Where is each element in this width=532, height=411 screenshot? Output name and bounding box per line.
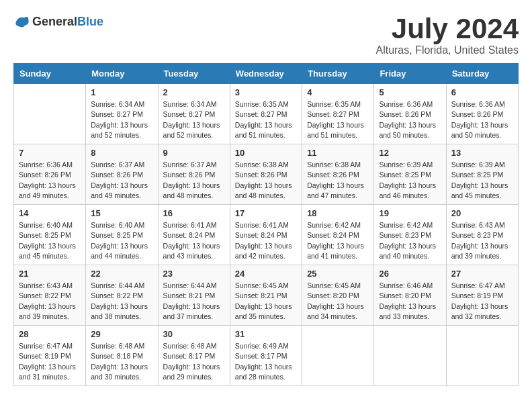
logo-text-blue: Blue bbox=[77, 15, 103, 28]
calendar-day-cell: 9Sunrise: 6:37 AMSunset: 8:26 PMDaylight… bbox=[158, 144, 230, 205]
day-info: Sunrise: 6:38 AMSunset: 8:26 PMDaylight:… bbox=[235, 160, 297, 201]
day-number: 2 bbox=[163, 87, 225, 97]
calendar-day-cell: 14Sunrise: 6:40 AMSunset: 8:25 PMDayligh… bbox=[14, 205, 86, 265]
calendar-header-row: SundayMondayTuesdayWednesdayThursdayFrid… bbox=[14, 64, 519, 84]
calendar-table: SundayMondayTuesdayWednesdayThursdayFrid… bbox=[13, 63, 519, 386]
day-info: Sunrise: 6:44 AMSunset: 8:21 PMDaylight:… bbox=[163, 281, 225, 322]
calendar-empty-cell bbox=[446, 326, 518, 386]
day-info: Sunrise: 6:47 AMSunset: 8:19 PMDaylight:… bbox=[451, 281, 513, 322]
column-header-tuesday: Tuesday bbox=[158, 64, 230, 84]
calendar-day-cell: 23Sunrise: 6:44 AMSunset: 8:21 PMDayligh… bbox=[158, 265, 230, 326]
day-info: Sunrise: 6:34 AMSunset: 8:27 PMDaylight:… bbox=[91, 99, 152, 140]
day-number: 29 bbox=[91, 329, 152, 339]
day-number: 17 bbox=[235, 208, 297, 218]
day-number: 14 bbox=[19, 208, 81, 218]
calendar-day-cell: 4Sunrise: 6:35 AMSunset: 8:27 PMDaylight… bbox=[302, 84, 374, 144]
calendar-week-row: 1Sunrise: 6:34 AMSunset: 8:27 PMDaylight… bbox=[14, 84, 519, 144]
day-number: 4 bbox=[307, 87, 369, 97]
day-info: Sunrise: 6:49 AMSunset: 8:17 PMDaylight:… bbox=[235, 341, 297, 382]
day-info: Sunrise: 6:36 AMSunset: 8:26 PMDaylight:… bbox=[19, 160, 81, 201]
day-info: Sunrise: 6:41 AMSunset: 8:24 PMDaylight:… bbox=[235, 220, 297, 261]
day-info: Sunrise: 6:37 AMSunset: 8:26 PMDaylight:… bbox=[91, 160, 152, 201]
day-number: 7 bbox=[19, 148, 81, 158]
day-number: 18 bbox=[307, 208, 369, 218]
calendar-day-cell: 8Sunrise: 6:37 AMSunset: 8:26 PMDaylight… bbox=[86, 144, 158, 205]
day-number: 15 bbox=[91, 208, 152, 218]
day-number: 25 bbox=[307, 269, 369, 279]
day-info: Sunrise: 6:40 AMSunset: 8:25 PMDaylight:… bbox=[91, 220, 152, 261]
day-info: Sunrise: 6:35 AMSunset: 8:27 PMDaylight:… bbox=[235, 99, 297, 140]
calendar-day-cell: 26Sunrise: 6:46 AMSunset: 8:20 PMDayligh… bbox=[374, 265, 446, 326]
column-header-wednesday: Wednesday bbox=[230, 64, 302, 84]
calendar-day-cell: 11Sunrise: 6:38 AMSunset: 8:26 PMDayligh… bbox=[302, 144, 374, 205]
day-info: Sunrise: 6:46 AMSunset: 8:20 PMDaylight:… bbox=[379, 281, 441, 322]
day-number: 28 bbox=[19, 329, 81, 339]
calendar-day-cell: 21Sunrise: 6:43 AMSunset: 8:22 PMDayligh… bbox=[14, 265, 86, 326]
location: Alturas, Florida, United States bbox=[375, 44, 519, 56]
day-info: Sunrise: 6:45 AMSunset: 8:20 PMDaylight:… bbox=[307, 281, 369, 322]
month-title: July 2024 bbox=[375, 13, 519, 44]
day-info: Sunrise: 6:35 AMSunset: 8:27 PMDaylight:… bbox=[307, 99, 369, 140]
day-info: Sunrise: 6:43 AMSunset: 8:23 PMDaylight:… bbox=[451, 220, 513, 261]
day-info: Sunrise: 6:45 AMSunset: 8:21 PMDaylight:… bbox=[235, 281, 297, 322]
day-info: Sunrise: 6:34 AMSunset: 8:27 PMDaylight:… bbox=[163, 99, 225, 140]
day-number: 1 bbox=[91, 87, 152, 97]
column-header-sunday: Sunday bbox=[14, 64, 86, 84]
day-number: 31 bbox=[235, 329, 297, 339]
column-header-saturday: Saturday bbox=[446, 64, 518, 84]
title-block: July 2024 Alturas, Florida, United State… bbox=[375, 13, 519, 56]
column-header-thursday: Thursday bbox=[302, 64, 374, 84]
calendar-day-cell: 16Sunrise: 6:41 AMSunset: 8:24 PMDayligh… bbox=[158, 205, 230, 265]
column-header-monday: Monday bbox=[86, 64, 158, 84]
day-info: Sunrise: 6:41 AMSunset: 8:24 PMDaylight:… bbox=[163, 220, 225, 261]
calendar-day-cell: 19Sunrise: 6:42 AMSunset: 8:23 PMDayligh… bbox=[374, 205, 446, 265]
day-number: 30 bbox=[163, 329, 225, 339]
calendar-empty-cell bbox=[302, 326, 374, 386]
calendar-day-cell: 1Sunrise: 6:34 AMSunset: 8:27 PMDaylight… bbox=[86, 84, 158, 144]
day-number: 8 bbox=[91, 148, 152, 158]
day-number: 5 bbox=[379, 87, 441, 97]
day-info: Sunrise: 6:37 AMSunset: 8:26 PMDaylight:… bbox=[163, 160, 225, 201]
calendar-day-cell: 17Sunrise: 6:41 AMSunset: 8:24 PMDayligh… bbox=[230, 205, 302, 265]
logo: GeneralBlue bbox=[13, 13, 103, 30]
page-header: GeneralBlue July 2024 Alturas, Florida, … bbox=[13, 13, 519, 56]
logo-text-general: General bbox=[32, 15, 77, 28]
calendar-day-cell: 7Sunrise: 6:36 AMSunset: 8:26 PMDaylight… bbox=[14, 144, 86, 205]
calendar-day-cell: 3Sunrise: 6:35 AMSunset: 8:27 PMDaylight… bbox=[230, 84, 302, 144]
calendar-day-cell: 30Sunrise: 6:48 AMSunset: 8:17 PMDayligh… bbox=[158, 326, 230, 386]
day-number: 3 bbox=[235, 87, 297, 97]
calendar-week-row: 14Sunrise: 6:40 AMSunset: 8:25 PMDayligh… bbox=[14, 205, 519, 265]
day-number: 16 bbox=[163, 208, 225, 218]
calendar-week-row: 21Sunrise: 6:43 AMSunset: 8:22 PMDayligh… bbox=[14, 265, 519, 326]
day-info: Sunrise: 6:39 AMSunset: 8:25 PMDaylight:… bbox=[451, 160, 513, 201]
calendar-day-cell: 10Sunrise: 6:38 AMSunset: 8:26 PMDayligh… bbox=[230, 144, 302, 205]
day-info: Sunrise: 6:42 AMSunset: 8:23 PMDaylight:… bbox=[379, 220, 441, 261]
calendar-empty-cell bbox=[374, 326, 446, 386]
day-number: 6 bbox=[451, 87, 513, 97]
day-info: Sunrise: 6:36 AMSunset: 8:26 PMDaylight:… bbox=[451, 99, 513, 140]
day-number: 26 bbox=[379, 269, 441, 279]
column-header-friday: Friday bbox=[374, 64, 446, 84]
calendar-day-cell: 6Sunrise: 6:36 AMSunset: 8:26 PMDaylight… bbox=[446, 84, 518, 144]
logo-icon bbox=[13, 13, 30, 30]
day-number: 20 bbox=[451, 208, 513, 218]
calendar-day-cell: 2Sunrise: 6:34 AMSunset: 8:27 PMDaylight… bbox=[158, 84, 230, 144]
day-info: Sunrise: 6:42 AMSunset: 8:24 PMDaylight:… bbox=[307, 220, 369, 261]
day-number: 13 bbox=[451, 148, 513, 158]
day-number: 10 bbox=[235, 148, 297, 158]
calendar-day-cell: 18Sunrise: 6:42 AMSunset: 8:24 PMDayligh… bbox=[302, 205, 374, 265]
day-number: 21 bbox=[19, 269, 81, 279]
calendar-day-cell: 31Sunrise: 6:49 AMSunset: 8:17 PMDayligh… bbox=[230, 326, 302, 386]
day-info: Sunrise: 6:40 AMSunset: 8:25 PMDaylight:… bbox=[19, 220, 81, 261]
calendar-day-cell: 22Sunrise: 6:44 AMSunset: 8:22 PMDayligh… bbox=[86, 265, 158, 326]
day-number: 27 bbox=[451, 269, 513, 279]
calendar-day-cell: 29Sunrise: 6:48 AMSunset: 8:18 PMDayligh… bbox=[86, 326, 158, 386]
day-number: 12 bbox=[379, 148, 441, 158]
day-info: Sunrise: 6:43 AMSunset: 8:22 PMDaylight:… bbox=[19, 281, 81, 322]
calendar-day-cell: 15Sunrise: 6:40 AMSunset: 8:25 PMDayligh… bbox=[86, 205, 158, 265]
day-info: Sunrise: 6:38 AMSunset: 8:26 PMDaylight:… bbox=[307, 160, 369, 201]
day-number: 23 bbox=[163, 269, 225, 279]
day-info: Sunrise: 6:44 AMSunset: 8:22 PMDaylight:… bbox=[91, 281, 152, 322]
day-number: 24 bbox=[235, 269, 297, 279]
day-info: Sunrise: 6:47 AMSunset: 8:19 PMDaylight:… bbox=[19, 341, 81, 382]
